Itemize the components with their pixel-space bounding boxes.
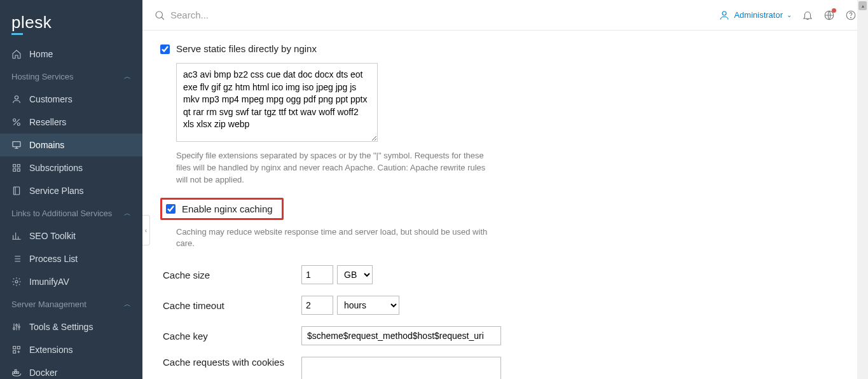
cache-size-label: Cache size: [163, 270, 301, 280]
svg-point-2: [17, 123, 20, 125]
bell-icon[interactable]: [802, 10, 813, 21]
sidebar-item-label: Process List: [29, 254, 78, 264]
sidebar-section-hosting[interactable]: Hosting Services ︿: [0, 65, 142, 88]
sidebar-item-process-list[interactable]: Process List: [0, 247, 142, 270]
user-icon: [719, 10, 730, 21]
cache-timeout-row: Cache timeout hours: [163, 296, 733, 315]
user-label: Administrator: [734, 10, 783, 20]
sidebar-item-home[interactable]: Home: [0, 43, 142, 65]
cache-size-unit-select[interactable]: GB: [337, 265, 373, 284]
brand-text: plesk: [11, 13, 52, 32]
scroll-up-button[interactable]: ▴: [858, 1, 867, 10]
svg-rect-5: [17, 165, 20, 167]
svg-point-12: [18, 326, 20, 328]
sidebar-section-links[interactable]: Links to Additional Services ︿: [0, 202, 142, 224]
svg-rect-13: [13, 347, 16, 349]
sidebar-item-imunifyav[interactable]: ImunifyAV: [0, 270, 142, 293]
cache-size-input[interactable]: [301, 265, 333, 284]
svg-rect-19: [15, 369, 17, 371]
sidebar-item-seo-toolkit[interactable]: SEO Toolkit: [0, 224, 142, 247]
sidebar-item-docker[interactable]: Docker: [0, 361, 142, 379]
sidebar-item-label: Tools & Settings: [29, 322, 93, 332]
svg-rect-15: [13, 350, 16, 353]
serve-static-row: Serve static files directly by nginx: [160, 43, 733, 54]
sidebar-section-server[interactable]: Server Management ︿: [0, 293, 142, 315]
sidebar-item-resellers[interactable]: Resellers: [0, 111, 142, 134]
static-extensions-textarea[interactable]: ac3 avi bmp bz2 css cue dat doc docx dts…: [176, 63, 378, 142]
cache-key-row: Cache key: [163, 326, 733, 345]
cache-cookies-textarea[interactable]: [301, 357, 501, 379]
svg-rect-7: [17, 169, 20, 171]
sidebar-item-label: Docker: [29, 368, 57, 378]
cache-cookies-label: Cache requests with cookies: [163, 357, 301, 368]
cache-key-label: Cache key: [163, 331, 301, 341]
monitor-icon: [11, 140, 22, 150]
grid-icon: [11, 163, 22, 173]
sidebar-item-domains[interactable]: Domains: [0, 134, 142, 156]
user-icon: [11, 94, 22, 104]
docker-icon: [11, 368, 22, 378]
sidebar-item-service-plans[interactable]: Service Plans: [0, 179, 142, 202]
home-icon: [11, 49, 22, 59]
user-menu[interactable]: Administrator ⌄: [719, 10, 792, 21]
sidebar-collapse-handle[interactable]: ‹: [142, 215, 150, 245]
chevron-up-icon: ︿: [124, 209, 131, 218]
enable-cache-label[interactable]: Enable nginx caching: [182, 203, 273, 214]
chevron-up-icon: ︿: [124, 300, 131, 309]
percent-icon: [11, 117, 22, 127]
sidebar-item-label: Home: [29, 49, 53, 59]
sidebar-item-label: Extensions: [29, 345, 72, 355]
serve-static-checkbox[interactable]: [160, 45, 170, 54]
sidebar-item-extensions[interactable]: Extensions: [0, 338, 142, 361]
search-input[interactable]: [170, 10, 710, 20]
grid-add-icon: [11, 345, 22, 355]
sidebar-section-label: Links to Additional Services: [11, 209, 112, 218]
cache-timeout-unit-select[interactable]: hours: [337, 296, 399, 315]
sliders-icon: [11, 322, 22, 332]
cache-key-input[interactable]: [301, 326, 501, 345]
chevron-down-icon: ⌄: [787, 11, 792, 18]
cache-timeout-label: Cache timeout: [163, 300, 301, 311]
enable-cache-checkbox[interactable]: [166, 204, 176, 214]
main-area: Administrator ⌄ ‹ Serve static files dir…: [142, 0, 868, 379]
svg-rect-18: [17, 372, 19, 374]
sidebar-item-customers[interactable]: Customers: [0, 88, 142, 111]
svg-rect-3: [13, 142, 20, 147]
topbar-right: Administrator ⌄: [719, 10, 857, 21]
sidebar: plesk Home Hosting Services ︿ Customers …: [0, 0, 142, 379]
svg-point-24: [851, 17, 851, 18]
content-scroll[interactable]: ‹ Serve static files directly by nginx a…: [142, 31, 868, 379]
notification-dot: [832, 8, 836, 13]
sidebar-item-label: Resellers: [29, 117, 66, 127]
search-wrap: [154, 10, 710, 21]
sidebar-item-label: Customers: [29, 94, 72, 104]
svg-point-20: [156, 11, 163, 18]
search-icon: [154, 10, 165, 21]
svg-point-10: [13, 327, 15, 329]
chevron-up-icon: ︿: [124, 72, 131, 81]
serve-static-label[interactable]: Serve static files directly by nginx: [176, 43, 317, 54]
sidebar-item-label: Subscriptions: [29, 163, 83, 173]
list-icon: [11, 254, 22, 264]
svg-point-11: [16, 324, 18, 326]
sidebar-item-label: Service Plans: [29, 186, 84, 196]
brand-logo: plesk: [0, 0, 142, 43]
sidebar-item-label: SEO Toolkit: [29, 231, 76, 241]
cache-timeout-input[interactable]: [301, 296, 333, 315]
chart-icon: [11, 231, 22, 241]
book-icon: [11, 186, 22, 196]
svg-point-0: [15, 96, 18, 99]
help-icon[interactable]: [845, 10, 857, 21]
sidebar-item-label: Domains: [29, 140, 64, 150]
sidebar-item-tools-settings[interactable]: Tools & Settings: [0, 315, 142, 338]
svg-rect-17: [15, 372, 17, 374]
svg-rect-8: [13, 187, 19, 195]
page-scrollbar[interactable]: ▴: [857, 0, 868, 379]
svg-rect-16: [13, 372, 15, 374]
static-hint: Specify file extensions separated by spa…: [176, 150, 494, 186]
svg-point-21: [722, 11, 726, 15]
cache-hint: Caching may reduce website response time…: [176, 226, 494, 251]
sidebar-item-subscriptions[interactable]: Subscriptions: [0, 156, 142, 179]
globe-icon[interactable]: [823, 10, 835, 21]
cache-size-row: Cache size GB: [163, 265, 733, 284]
